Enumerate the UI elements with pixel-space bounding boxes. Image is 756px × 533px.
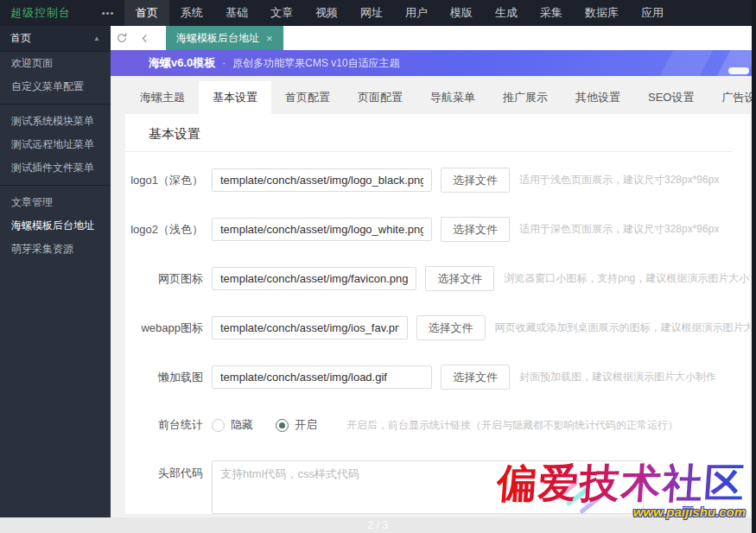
more-icon[interactable]: ••• — [97, 8, 119, 18]
form-row-logo1: logo1（深色） 选择文件 适用于浅色页面展示，建议尺寸328px*96px — [125, 168, 750, 193]
field-label: 懒加载图 — [125, 370, 203, 385]
sidebar-item-welcome[interactable]: 欢迎页面 — [0, 52, 111, 75]
topnav-item-apps[interactable]: 应用 — [630, 0, 675, 26]
form-row-header-code: 头部代码 — [125, 460, 750, 514]
field-label: 头部代码 — [125, 466, 203, 481]
topnav-item-user[interactable]: 用户 — [394, 0, 439, 26]
tab-other-settings[interactable]: 其他设置 — [562, 81, 634, 114]
banner-deco-stripe — [656, 50, 715, 76]
field-hint: 封面预加载图，建议根据演示图片大小制作 — [519, 370, 716, 384]
chevron-up-icon: ▲ — [93, 35, 100, 42]
choose-file-button[interactable]: 选择文件 — [441, 365, 510, 390]
tab-seo-settings[interactable]: SEO设置 — [634, 81, 708, 114]
choose-file-button[interactable]: 选择文件 — [441, 168, 510, 193]
logo2-path-input[interactable] — [212, 218, 432, 241]
sidebar-divider — [0, 185, 111, 186]
choose-file-button[interactable]: 选择文件 — [441, 217, 510, 242]
settings-tabs: 海螺主题 基本设置 首页配置 页面配置 导航菜单 推广展示 其他设置 SEO设置… — [111, 76, 756, 114]
close-icon[interactable]: × — [266, 33, 273, 44]
settings-card: 基本设置 logo1（深色） 选择文件 适用于浅色页面展示，建议尺寸328px*… — [125, 114, 750, 514]
sidebar-item-article-manage[interactable]: 文章管理 — [0, 191, 111, 214]
form-row-favicon: 网页图标 选择文件 浏览器窗口小图标，支持png，建议根据演示图片大小制作 — [125, 266, 750, 291]
workspace-tab[interactable]: 海螺模板后台地址 × — [166, 26, 283, 50]
radio-hide[interactable]: 隐藏 — [212, 417, 253, 433]
pagination-indicator: 2 / 3 — [368, 519, 388, 531]
sidebar-group-home[interactable]: 首页 ▲ — [0, 26, 111, 52]
sidebar-item-mengya-collect[interactable]: 萌芽采集资源 — [0, 238, 111, 261]
field-label: 前台统计 — [125, 417, 203, 433]
field-label: logo1（深色） — [125, 173, 203, 188]
tab-basic-settings[interactable]: 基本设置 — [199, 81, 271, 114]
banner-scroll-pill — [728, 67, 749, 74]
topnav-item-website[interactable]: 网址 — [349, 0, 394, 26]
radio-icon — [212, 419, 225, 432]
choose-file-button[interactable]: 选择文件 — [425, 266, 494, 291]
bottombar: 2 / 3 — [0, 517, 756, 533]
sidebar-item-test-plugin[interactable]: 测试插件文件菜单 — [0, 156, 111, 180]
sidebar: 首页 ▲ 欢迎页面 自定义菜单配置 测试系统模块菜单 测试远程地址菜单 测试插件… — [0, 26, 111, 517]
tab-home-config[interactable]: 首页配置 — [271, 81, 344, 114]
tab-page-config[interactable]: 页面配置 — [344, 81, 416, 114]
banner-title: 海螺v6.0模板 — [149, 55, 215, 71]
header-code-textarea[interactable] — [212, 460, 644, 514]
field-hint: 适用于浅色页面展示，建议尺寸328px*96px — [519, 173, 719, 187]
form-row-stats: 前台统计 隐藏 开启 开启后，前台显示统计链接（开启与隐藏都不影响统计代码的正常… — [125, 417, 750, 433]
radio-label: 开启 — [295, 417, 317, 433]
tab-conch-theme[interactable]: 海螺主题 — [126, 81, 199, 114]
back-icon[interactable] — [133, 26, 156, 50]
field-label: 网页图标 — [125, 271, 203, 287]
topnav-item-database[interactable]: 数据库 — [574, 0, 630, 26]
topnav: 首页 系统 基础 文章 视频 网址 用户 模版 生成 采集 数据库 应用 — [124, 0, 675, 26]
topbar: 超级控制台 ••• 首页 系统 基础 文章 视频 网址 用户 模版 生成 采集 … — [0, 0, 756, 26]
refresh-icon[interactable] — [111, 26, 133, 50]
field-hint: 浏览器窗口小图标，支持png，建议根据演示图片大小制作 — [504, 271, 750, 286]
form-row-logo2: logo2（浅色） 选择文件 适用于深色页面展示，建议尺寸328px*96px — [125, 217, 750, 242]
workspace-tab-label: 海螺模板后台地址 — [176, 31, 259, 46]
topnav-item-generate[interactable]: 生成 — [484, 0, 529, 26]
form-row-lazyload: 懒加载图 选择文件 封面预加载图，建议根据演示图片大小制作 — [125, 365, 750, 390]
topnav-item-basic[interactable]: 基础 — [214, 0, 259, 26]
choose-file-button[interactable]: 选择文件 — [416, 315, 486, 340]
section-title: 基本设置 — [149, 126, 750, 151]
field-hint: 网页收藏或添加到桌面展示的图标，建议根据演示图片大小制作 — [495, 320, 750, 335]
radio-icon-selected — [276, 419, 289, 432]
tab-promo-display[interactable]: 推广展示 — [489, 81, 562, 114]
app-window: 超级控制台 ••• 首页 系统 基础 文章 视频 网址 用户 模版 生成 采集 … — [0, 0, 756, 533]
promo-banner: 海螺v6.0模板 · 原创多功能苹果CMS v10自适应主题 — [111, 50, 756, 76]
webapp-icon-path-input[interactable] — [212, 316, 408, 339]
sidebar-divider — [0, 104, 111, 105]
radio-label: 隐藏 — [231, 417, 253, 433]
topnav-item-template[interactable]: 模版 — [439, 0, 484, 26]
topnav-item-home[interactable]: 首页 — [124, 0, 169, 26]
topnav-item-article[interactable]: 文章 — [259, 0, 304, 26]
sidebar-item-test-system[interactable]: 测试系统模块菜单 — [0, 110, 111, 133]
favicon-path-input[interactable] — [212, 267, 416, 290]
lazyload-path-input[interactable] — [212, 365, 432, 389]
stats-radio-group: 隐藏 开启 — [212, 417, 317, 433]
brand-logo: 超级控制台 — [0, 5, 97, 21]
sidebar-item-custom-menu[interactable]: 自定义菜单配置 — [0, 75, 111, 98]
radio-open[interactable]: 开启 — [276, 417, 317, 433]
field-label: logo2（浅色） — [125, 222, 203, 238]
banner-subtitle: 原创多功能苹果CMS v10自适应主题 — [232, 56, 399, 71]
banner-separator: · — [222, 57, 226, 69]
sidebar-group-label: 首页 — [10, 31, 31, 46]
main-area: 海螺模板后台地址 × 海螺v6.0模板 · 原创多功能苹果CMS v10自适应主… — [111, 26, 756, 517]
field-hint: 开启后，前台显示统计链接（开启与隐藏都不影响统计代码的正常运行） — [346, 418, 678, 433]
field-hint: 适用于深色页面展示，建议尺寸328px*96px — [519, 222, 719, 237]
topnav-item-system[interactable]: 系统 — [169, 0, 214, 26]
sidebar-item-test-remote[interactable]: 测试远程地址菜单 — [0, 133, 111, 156]
workspace-tabstrip: 海螺模板后台地址 × — [111, 26, 756, 50]
form-row-webapp-icon: webapp图标 选择文件 网页收藏或添加到桌面展示的图标，建议根据演示图片大小… — [125, 315, 750, 340]
tab-nav-menu[interactable]: 导航菜单 — [416, 81, 489, 114]
window-edge — [752, 0, 756, 533]
sidebar-item-conch-admin[interactable]: 海螺模板后台地址 — [0, 214, 111, 238]
section-divider — [125, 151, 733, 152]
tab-ad-settings[interactable]: 广告设置 — [708, 81, 756, 114]
logo1-path-input[interactable] — [212, 168, 432, 192]
field-label: webapp图标 — [125, 320, 203, 336]
topnav-item-collect[interactable]: 采集 — [529, 0, 574, 26]
topnav-item-video[interactable]: 视频 — [304, 0, 349, 26]
